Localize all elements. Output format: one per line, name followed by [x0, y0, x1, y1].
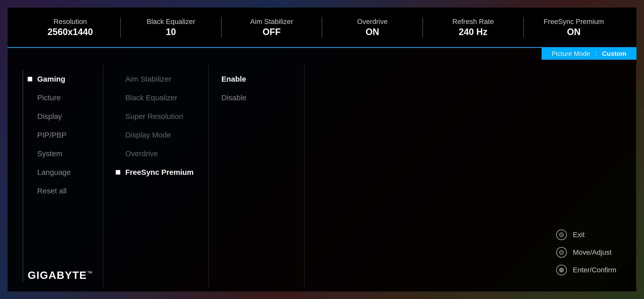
submenu-item-super-resolution[interactable]: Super Resolution	[116, 107, 201, 126]
control-item-enter-confirm: Enter/Confirm	[555, 264, 616, 276]
option-label-disable: Disable	[221, 93, 247, 102]
sidebar-label-display: Display	[37, 112, 62, 121]
status-item-0: Resolution 2560x1440	[23, 18, 118, 37]
status-divider-0	[120, 17, 121, 38]
brand-name: GIGABYTE	[28, 269, 87, 281]
sidebar-label-gaming: Gaming	[37, 75, 65, 83]
submenu-item-freesync-premium[interactable]: FreeSync Premium	[116, 163, 201, 182]
sidebar-item-system[interactable]: System	[28, 144, 96, 163]
control-label-exit: Exit	[573, 231, 585, 239]
status-item-2: Aim Stabilizer OFF	[224, 18, 319, 37]
option-item-disable[interactable]: Disable	[221, 88, 297, 107]
control-label-move-adjust: Move/Adjust	[573, 248, 612, 256]
status-label-0: Resolution	[54, 18, 87, 26]
sidebar-item-display[interactable]: Display	[28, 107, 96, 126]
status-label-5: FreeSync Premium	[544, 18, 604, 26]
status-label-2: Aim Stabilizer	[250, 18, 293, 26]
status-label-1: Black Equalizer	[147, 18, 195, 26]
bottom-controls: ExitMove/AdjustEnter/Confirm	[555, 228, 616, 276]
status-bar: Resolution 2560x1440 Black Equalizer 10 …	[8, 8, 636, 48]
status-label-3: Overdrive	[357, 18, 387, 26]
osd-container: Resolution 2560x1440 Black Equalizer 10 …	[8, 8, 636, 291]
sidebar-label-language: Language	[37, 168, 71, 177]
status-item-5: FreeSync Premium ON	[526, 18, 621, 37]
status-item-4: Refresh Rate 240 Hz	[425, 18, 520, 37]
brand-logo: GIGABYTE™	[28, 269, 93, 281]
control-item-exit: Exit	[555, 228, 585, 241]
picture-mode-colon: :	[595, 50, 597, 58]
submenu-item-display-mode[interactable]: Display Mode	[116, 126, 201, 144]
submenu-label-freesync-premium: FreeSync Premium	[125, 168, 194, 177]
move-adjust-icon	[555, 246, 568, 259]
sidebar-label-reset-all: Reset all	[37, 187, 67, 195]
submenu: Aim StabilizerBlack EqualizerSuper Resol…	[103, 60, 209, 291]
sidebar-item-language[interactable]: Language	[28, 163, 96, 182]
right-col: ExitMove/AdjustEnter/Confirm	[304, 60, 636, 291]
sidebar-label-picture: Picture	[37, 93, 61, 102]
submenu-item-aim-stabilizer[interactable]: Aim Stabilizer	[116, 70, 201, 88]
picture-mode-value: Custom	[602, 50, 626, 58]
submenu-dot-freesync-premium	[116, 170, 120, 175]
sidebar-dot-gaming	[28, 77, 32, 81]
svg-point-3	[559, 250, 564, 254]
options-col: EnableDisable	[209, 60, 304, 291]
status-divider-3	[422, 17, 423, 38]
exit-icon	[555, 228, 568, 241]
status-value-5: ON	[567, 27, 581, 37]
svg-point-1	[559, 233, 564, 237]
status-divider-2	[322, 17, 322, 38]
sidebar-label-system: System	[37, 149, 62, 158]
sidebar-item-reset-all[interactable]: Reset all	[28, 182, 96, 200]
status-item-3: Overdrive ON	[325, 18, 420, 37]
option-item-enable[interactable]: Enable	[221, 70, 297, 88]
status-item-1: Black Equalizer 10	[123, 18, 218, 37]
option-label-enable: Enable	[221, 75, 246, 83]
status-value-3: ON	[366, 27, 379, 37]
enter-confirm-icon	[555, 264, 568, 276]
sidebar-item-pip-pbp[interactable]: PIP/PBP	[28, 126, 96, 144]
sidebar-item-picture[interactable]: Picture	[28, 88, 96, 107]
brand-trademark: ™	[87, 270, 93, 276]
submenu-label-overdrive: Overdrive	[125, 149, 158, 158]
submenu-label-display-mode: Display Mode	[125, 131, 171, 139]
submenu-label-aim-stabilizer: Aim Stabilizer	[125, 75, 171, 83]
sidebar-label-pip-pbp: PIP/PBP	[37, 131, 67, 139]
status-divider-1	[221, 17, 222, 38]
status-value-0: 2560x1440	[48, 27, 93, 37]
status-label-4: Refresh Rate	[452, 18, 494, 26]
control-item-move-adjust: Move/Adjust	[555, 246, 612, 259]
sidebar: GamingPictureDisplayPIP/PBPSystemLanguag…	[8, 60, 103, 291]
main-content: GamingPictureDisplayPIP/PBPSystemLanguag…	[8, 60, 636, 291]
status-value-2: OFF	[263, 27, 281, 37]
status-value-4: 240 Hz	[459, 27, 487, 37]
submenu-item-overdrive[interactable]: Overdrive	[116, 144, 201, 163]
status-value-1: 10	[166, 27, 176, 37]
submenu-label-super-resolution: Super Resolution	[125, 112, 183, 121]
picture-mode-tag: Picture Mode : Custom	[542, 48, 636, 60]
submenu-item-black-equalizer[interactable]: Black Equalizer	[116, 88, 201, 107]
sidebar-item-gaming[interactable]: Gaming	[28, 70, 96, 88]
control-label-enter-confirm: Enter/Confirm	[573, 266, 616, 274]
svg-point-5	[559, 268, 564, 272]
status-divider-4	[523, 17, 524, 38]
picture-mode-label: Picture Mode	[552, 50, 590, 58]
submenu-label-black-equalizer: Black Equalizer	[125, 93, 177, 102]
sidebar-line	[23, 70, 23, 281]
picture-mode-bar: Picture Mode : Custom	[8, 48, 636, 60]
